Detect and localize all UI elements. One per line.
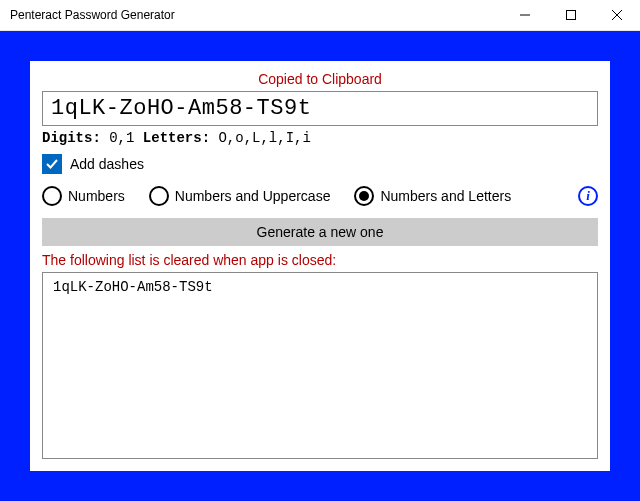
radio-numbers-letters[interactable]: Numbers and Letters — [354, 186, 511, 206]
add-dashes-label: Add dashes — [70, 156, 144, 172]
radio-numbers-letters-label: Numbers and Letters — [380, 188, 511, 204]
add-dashes-checkbox[interactable] — [42, 154, 62, 174]
main-panel: Copied to Clipboard 1qLK-ZoHO-Am58-TS9t … — [30, 61, 610, 471]
status-message: Copied to Clipboard — [42, 69, 598, 91]
info-icon[interactable]: i — [578, 186, 598, 206]
titlebar[interactable]: Penteract Password Generator — [0, 0, 640, 31]
svg-rect-1 — [567, 11, 576, 20]
radio-numbers-upper[interactable]: Numbers and Uppercase — [149, 186, 331, 206]
history-hint: The following list is cleared when app i… — [42, 252, 598, 268]
radio-numbers-input[interactable] — [42, 186, 62, 206]
client-area: Copied to Clipboard 1qLK-ZoHO-Am58-TS9t … — [0, 31, 640, 501]
close-button[interactable] — [594, 0, 640, 31]
charset-radio-group: Numbers Numbers and Uppercase Numbers an… — [42, 186, 598, 206]
minimize-button[interactable] — [502, 0, 548, 31]
radio-numbers-label: Numbers — [68, 188, 125, 204]
history-list[interactable]: 1qLK-ZoHO-Am58-TS9t — [42, 272, 598, 459]
history-item[interactable]: 1qLK-ZoHO-Am58-TS9t — [53, 279, 587, 295]
radio-numbers[interactable]: Numbers — [42, 186, 125, 206]
maximize-button[interactable] — [548, 0, 594, 31]
window-title: Penteract Password Generator — [10, 8, 502, 22]
radio-numbers-upper-label: Numbers and Uppercase — [175, 188, 331, 204]
radio-numbers-upper-input[interactable] — [149, 186, 169, 206]
radio-numbers-letters-input[interactable] — [354, 186, 374, 206]
password-output[interactable]: 1qLK-ZoHO-Am58-TS9t — [42, 91, 598, 126]
excluded-chars-legend: Digits: 0,1 Letters: O,o,L,l,I,i — [42, 130, 598, 146]
generate-button[interactable]: Generate a new one — [42, 218, 598, 246]
add-dashes-option[interactable]: Add dashes — [42, 154, 598, 174]
